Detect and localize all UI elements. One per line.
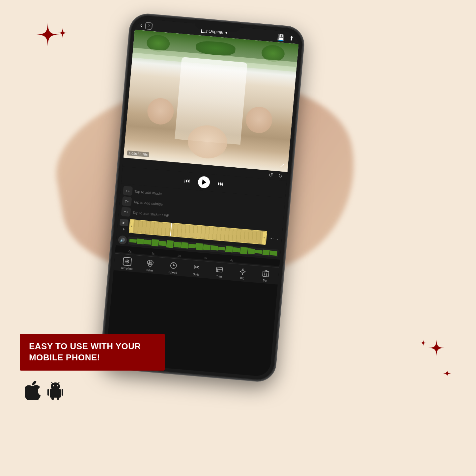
svg-line-7 (218, 267, 218, 272)
svg-line-12 (266, 273, 267, 276)
svg-line-6 (216, 269, 222, 270)
template-label: Template (121, 266, 133, 270)
toolbar-trim[interactable]: Trim (211, 265, 228, 279)
svg-rect-18 (50, 389, 61, 398)
speed-label: Speed (168, 270, 177, 274)
toolbar-fx[interactable]: FX (234, 266, 251, 281)
ruler-mark-4s: 4s (230, 259, 233, 262)
svg-line-16 (51, 382, 53, 383)
sparkle-top-left-small (58, 28, 68, 39)
svg-rect-21 (51, 397, 54, 400)
trim-label: Trim (216, 274, 222, 278)
skip-back-button[interactable]: ⏮ (184, 177, 190, 184)
audio-track-icon: 🔊 (118, 235, 127, 244)
svg-rect-20 (62, 389, 63, 396)
sparkle-bottom-right-tiny (420, 340, 427, 348)
timeline-area: ♪+ Tap to add music T+ Tap to add subtit… (115, 183, 285, 267)
sparkle-top-left-big (36, 23, 59, 47)
trim-icon (215, 265, 224, 274)
svg-rect-8 (263, 271, 269, 277)
back-button[interactable]: ‹ (140, 21, 143, 29)
sparkle-bottom-right-small (443, 369, 451, 379)
clip-handle-right[interactable]: + (262, 231, 266, 244)
undo-button[interactable]: ↺ (268, 172, 273, 178)
sparkle-bottom-right-big (428, 340, 445, 357)
share-icon[interactable]: ⬆ (289, 35, 294, 42)
template-icon (123, 257, 132, 266)
delete-label: Del (263, 279, 267, 282)
filter-icon (146, 259, 155, 268)
toolbar-delete[interactable]: Del (257, 269, 274, 283)
android-icon (47, 382, 64, 400)
fullscreen-button[interactable]: ⤢ (280, 161, 285, 169)
speed-icon (169, 261, 178, 270)
svg-line-9 (263, 271, 269, 272)
help-button[interactable]: ? (145, 22, 153, 30)
red-banner: EASY TO USE WITH YOUR MOBILE PHONE! (20, 334, 165, 371)
save-icon[interactable]: 💾 (277, 33, 285, 41)
ruler-mark-1s: 1s (151, 252, 154, 255)
video-track-icons: ▶ + (119, 219, 128, 232)
toolbar-filter[interactable]: Filter (142, 259, 158, 273)
svg-line-10 (265, 270, 267, 270)
phone-screen: ‹ ? Original ▼ 💾 ⬆ (105, 18, 300, 377)
delete-icon (261, 269, 270, 278)
ruler-mark-2s: 2s (178, 254, 181, 258)
sticker-track-icon: ✦+ (121, 207, 131, 217)
video-add-icon[interactable]: + (122, 226, 125, 232)
toolbar-speed[interactable]: Speed (165, 261, 182, 275)
banner-text: EASY TO USE WITH YOUR MOBILE PHONE! (29, 341, 155, 363)
play-button[interactable] (198, 176, 210, 189)
video-preview: 1.01s / 5.78s ⤢ (124, 30, 299, 172)
redo-button[interactable]: ↻ (278, 173, 283, 179)
phone-body: ‹ ? Original ▼ 💾 ⬆ (100, 13, 305, 382)
toolbar-template[interactable]: Template (119, 257, 135, 271)
svg-point-14 (53, 385, 54, 386)
fx-label: FX (240, 277, 244, 280)
svg-point-15 (57, 385, 58, 386)
phone-wrapper: ‹ ? Original ▼ 💾 ⬆ (100, 13, 305, 382)
split-label: Split (193, 272, 199, 276)
ruler-mark-3s: 3s (204, 256, 207, 260)
svg-rect-19 (47, 389, 49, 396)
ruler-mark-0s: 0s (128, 250, 132, 253)
fx-icon (238, 267, 247, 276)
music-track-icon: ♪+ (123, 186, 133, 196)
svg-rect-22 (57, 397, 59, 400)
split-icon: ✂ (193, 263, 200, 272)
svg-line-11 (265, 272, 265, 275)
skip-forward-button[interactable]: ⏭ (217, 180, 224, 187)
svg-line-17 (58, 382, 60, 383)
clip-more-button[interactable]: ⋯ (267, 236, 274, 241)
clip-settings-button[interactable]: ⋯ (275, 236, 280, 242)
platform-icons (25, 381, 64, 400)
toolbar-split[interactable]: ✂ Split (188, 263, 205, 277)
video-clip-icon: ▶ (120, 219, 129, 226)
filter-label: Filter (146, 268, 153, 272)
venue-image (124, 30, 299, 172)
subtitle-track-icon: T+ (122, 196, 132, 206)
apple-icon (25, 381, 41, 400)
play-icon (202, 180, 206, 185)
